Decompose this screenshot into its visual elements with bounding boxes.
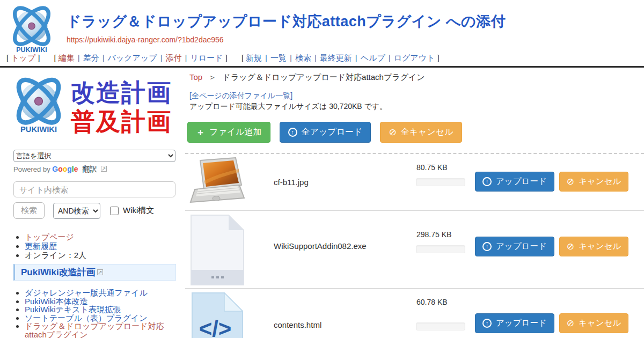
code-file-icon: </> xyxy=(192,292,243,338)
nav-group-site: [新規|一覧|検索|最終更新|ヘルプ|ログアウト] xyxy=(239,53,442,62)
page-title: ドラッグ＆ドロップアップロード対応attachプラグイン への添付 xyxy=(67,12,506,31)
wiki-syntax-label: Wiki構文 xyxy=(123,205,154,216)
search-mode-select[interactable]: AND検索 xyxy=(53,203,100,219)
slogan-line2: 普及計画 xyxy=(71,107,172,136)
sidebar-site-logo[interactable]: PUKIWIKI 改造計画 普及計画 xyxy=(8,73,172,136)
ban-icon: ⊘ xyxy=(389,128,396,137)
site-slogan: 改造計画 普及計画 xyxy=(71,73,172,136)
sidebar-item-core-mod[interactable]: PukiWiki本体改造 xyxy=(25,297,88,306)
max-upload-size-text: アップロード可能最大ファイルサイズは 30,720KB です。 xyxy=(189,102,387,112)
svg-text:PUKIWIKI: PUKIWIKI xyxy=(16,46,47,54)
cancel-button[interactable]: ⊘ キャンセル xyxy=(559,237,629,256)
circle-arrow-up-icon: ↑ xyxy=(482,319,492,328)
generic-file-icon xyxy=(191,215,244,285)
breadcrumb-top-link[interactable]: Top xyxy=(189,72,202,82)
top-navbar: [トップ] [編集|差分|バックアップ|添付|リロード] [新規|一覧|検索|最… xyxy=(4,53,449,63)
upload-progress-bar xyxy=(416,178,465,186)
nav-item-new[interactable]: 新規 xyxy=(246,53,262,62)
svg-text:</>: </> xyxy=(199,316,232,338)
circle-arrow-up-icon: ↑ xyxy=(288,128,297,137)
nav-item-diff[interactable]: 差分 xyxy=(83,53,99,62)
nav-item-attach[interactable]: 添付 xyxy=(166,53,182,62)
list-item: オンライン：2人 xyxy=(25,251,86,260)
external-link-icon: ↗ xyxy=(101,166,107,172)
laptop-photo-thumbnail xyxy=(189,157,246,207)
circle-arrow-up-icon: ↑ xyxy=(482,242,492,251)
upload-button[interactable]: ↑ アップロード xyxy=(475,313,554,333)
file-row: cf-b11.jpg 80.75 KB ↑ アップロード ⊘ キャンセル xyxy=(185,154,644,211)
sidebar-quick-links: トップページ 更新履歴 オンライン：2人 xyxy=(25,232,86,260)
breadcrumb: Top ＞ ドラッグ＆ドロップアップロード対応attachプラグイン xyxy=(189,72,425,83)
all-attachments-link[interactable]: [全ページの添付ファイル一覧] xyxy=(189,91,292,101)
nav-item-search[interactable]: 検索 xyxy=(295,53,311,62)
plus-icon: ＋ xyxy=(196,128,205,137)
file-row: </> contents.html 60.78 KB ↑ アップロード ⊘ キャ… xyxy=(185,289,644,338)
translate-credit: Powered by Google 翻訳 ↗ xyxy=(13,165,107,174)
list-item: トップページ xyxy=(25,232,86,241)
file-name: cf-b11.jpg xyxy=(274,178,309,187)
list-item: ソートテーブル（表）プラグイン xyxy=(25,314,178,322)
upload-progress-bar xyxy=(416,245,465,253)
search-controls: 検索 AND検索 Wiki構文 xyxy=(13,202,154,219)
ban-icon: ⊘ xyxy=(567,319,574,328)
pukiwiki-logo[interactable]: PUKIWIKI xyxy=(5,2,58,56)
ban-icon: ⊘ xyxy=(567,242,574,251)
upload-all-button[interactable]: ↑ 全アップロード xyxy=(280,122,371,143)
file-size: 80.75 KB xyxy=(416,163,448,172)
list-item: ドラッグ＆ドロップアップロード対応attachプラグイン xyxy=(25,322,178,338)
language-select[interactable]: 言語を選択 xyxy=(13,150,175,162)
sidebar-item-dnd-attach[interactable]: ドラッグ＆ドロップアップロード対応attachプラグイン xyxy=(25,321,164,338)
pukiwiki-attach-page: PUKIWIKI ドラッグ＆ドロップアップロード対応attachプラグイン への… xyxy=(0,0,644,338)
upload-button[interactable]: ↑ アップロード xyxy=(475,172,554,192)
main-content: Top ＞ ドラッグ＆ドロップアップロード対応attachプラグイン [全ページ… xyxy=(185,68,644,338)
nav-item-reload[interactable]: リロード xyxy=(190,53,223,62)
sidebar-item-common-files[interactable]: ダジャレンジャー版共通ファイル xyxy=(25,288,148,297)
site-search-input[interactable] xyxy=(13,181,175,197)
nav-item-logout[interactable]: ログアウト xyxy=(394,53,435,62)
slogan-line1: 改造計画 xyxy=(71,78,172,107)
breadcrumb-current: ドラッグ＆ドロップアップロード対応attachプラグイン xyxy=(223,72,425,82)
add-files-button[interactable]: ＋ ファイル追加 xyxy=(187,122,270,143)
online-count: オンライン：2人 xyxy=(25,251,86,260)
ban-icon: ⊘ xyxy=(567,177,574,186)
file-size: 60.78 KB xyxy=(416,298,448,306)
sidebar-item-text-ext[interactable]: PukiWikiテキスト表現拡張 xyxy=(25,305,121,314)
search-button[interactable]: 検索 xyxy=(13,202,45,219)
translate-label[interactable]: 翻訳 xyxy=(82,165,97,173)
nav-item-backup[interactable]: バックアップ xyxy=(108,53,157,62)
list-item: PukiWikiテキスト表現拡張 xyxy=(25,305,178,314)
file-size: 298.75 KB xyxy=(416,230,451,239)
cancel-button[interactable]: ⊘ キャンセル xyxy=(559,313,629,333)
cancel-button[interactable]: ⊘ キャンセル xyxy=(559,172,629,192)
nav-item-list[interactable]: 一覧 xyxy=(270,53,287,62)
list-item: PukiWiki本体改造 xyxy=(25,297,178,306)
svg-text:PUKIWIKI: PUKIWIKI xyxy=(20,125,57,134)
header-title-block: ドラッグ＆ドロップアップロード対応attachプラグイン への添付 https:… xyxy=(67,12,506,44)
sidebar-plugin-links: ダジャレンジャー版共通ファイル PukiWiki本体改造 PukiWikiテキス… xyxy=(25,289,178,338)
sidebar-item-toppage[interactable]: トップページ xyxy=(25,232,74,241)
nav-group-page: [編集|差分|バックアップ|添付|リロード] xyxy=(52,53,230,62)
nav-item-top[interactable]: トップ xyxy=(11,53,35,62)
upload-progress-bar xyxy=(416,322,465,330)
nav-group-home: [トップ] xyxy=(4,53,42,62)
sidebar-item-history[interactable]: 更新履歴 xyxy=(25,241,57,251)
cancel-all-button[interactable]: ⊘ 全キャンセル xyxy=(380,122,462,143)
page-url: https://pukiwiki.dajya-ranger.com/?1bd2d… xyxy=(67,35,506,44)
external-link-icon: ↗ xyxy=(97,269,103,275)
nav-item-recent[interactable]: 最終更新 xyxy=(320,53,352,62)
section-title: PukiWiki改造計画 xyxy=(21,266,96,278)
circle-arrow-up-icon: ↑ xyxy=(482,177,492,186)
breadcrumb-separator: ＞ xyxy=(208,72,216,82)
upload-button[interactable]: ↑ アップロード xyxy=(475,237,554,256)
sidebar: PUKIWIKI 改造計画 普及計画 言語を選択 Powered by Goog… xyxy=(0,68,185,338)
wiki-syntax-checkbox[interactable] xyxy=(110,207,119,215)
pukiwiki-atom-icon: PUKIWIKI xyxy=(8,73,70,136)
nav-item-edit[interactable]: 編集 xyxy=(58,53,75,62)
sidebar-item-sorttable[interactable]: ソートテーブル（表）プラグイン xyxy=(25,313,148,322)
file-name: WikiSupportAddin082.exe xyxy=(274,241,367,251)
google-logo: Google xyxy=(52,165,78,173)
list-item: 更新履歴 xyxy=(25,241,86,251)
nav-item-help[interactable]: ヘルプ xyxy=(361,53,385,62)
sidebar-section-header[interactable]: PukiWiki改造計画 ↗ xyxy=(13,264,176,281)
upload-toolbar: ＋ ファイル追加 ↑ 全アップロード ⊘ 全キャンセル xyxy=(187,122,462,143)
